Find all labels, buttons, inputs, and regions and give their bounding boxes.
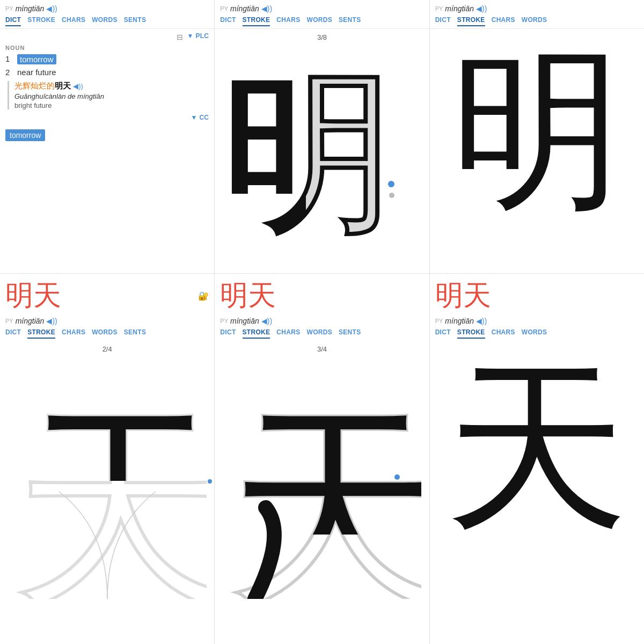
tab-stroke-2[interactable]: STROKE	[243, 16, 270, 26]
tab-bar-b2: DICT STROKE CHARS WORDS SENTS	[220, 327, 423, 339]
stroke-char-full-b3: 天	[445, 356, 628, 538]
definition-2: 2 near future	[5, 68, 209, 77]
stroke-char-outline-b1: 天 天	[8, 357, 207, 601]
tab-sents-b1[interactable]: SENTS	[124, 328, 147, 339]
sound-icon-b3[interactable]: ◀))	[476, 317, 487, 325]
definition-1: 1 tomorrow	[5, 54, 209, 64]
stroke-panel-2: PY míngtiān ◀)) DICT STROKE CHARS WORDS …	[430, 0, 644, 273]
stroke-panel-1-content: 3/8 明 明 明	[215, 29, 429, 273]
tab-stroke-b3[interactable]: STROKE	[457, 328, 485, 339]
tab-words-2[interactable]: WORDS	[307, 16, 333, 26]
bottom-panel-3: 明天 PY míngtiān ◀)) DICT STROKE CHARS WOR…	[430, 274, 644, 644]
py-text-3: míngtiān	[445, 4, 474, 13]
filter-row: ⊟ ▼ PLC	[5, 32, 209, 41]
stroke-panel-1: PY míngtiān ◀)) DICT STROKE CHARS WORDS …	[215, 0, 429, 273]
example-sound-icon[interactable]: ◀))	[73, 82, 83, 90]
stroke-svg-1: 明 明 明	[223, 46, 421, 239]
def-text-2: near future	[17, 68, 56, 77]
char-title-3: 明天	[435, 277, 639, 314]
tab-bar: DICT STROKE CHARS WORDS SENTS	[5, 15, 209, 26]
bottom-panel-2: 明天 PY míngtiān ◀)) DICT STROKE CHARS WOR…	[215, 274, 429, 644]
py-label-b1: PY	[5, 318, 13, 324]
tab-chars-3[interactable]: CHARS	[492, 16, 515, 26]
tab-words-b1[interactable]: WORDS	[92, 328, 118, 339]
py-label-b3: PY	[435, 318, 443, 324]
tab-dict-2[interactable]: DICT	[220, 16, 236, 26]
stroke-char-outline-1: 明 明 明	[223, 46, 421, 241]
bottom-stroke-content-3: 天	[430, 341, 644, 644]
tab-chars-b2[interactable]: CHARS	[276, 328, 300, 339]
bottom-panel-2-header: PY míngtiān ◀)) DICT STROKE CHARS WORDS …	[215, 314, 429, 341]
plc-button[interactable]: ▼ PLC	[187, 32, 209, 41]
sound-icon-3[interactable]: ◀))	[476, 4, 487, 13]
tomorrow-badge[interactable]: tomorrow	[5, 129, 45, 141]
stroke-panel-2-header: PY míngtiān ◀)) DICT STROKE CHARS WORDS	[430, 0, 644, 29]
stroke-char-outline-b2: 天 天	[223, 357, 421, 601]
sound-icon-b1[interactable]: ◀))	[46, 317, 57, 325]
tab-bar-b1: DICT STROKE CHARS WORDS SENTS	[5, 327, 209, 339]
tab-stroke-b2[interactable]: STROKE	[243, 328, 270, 339]
dot-blue-1	[388, 181, 394, 187]
py-label-2: PY	[220, 5, 228, 12]
tab-chars[interactable]: CHARS	[62, 16, 85, 26]
cc-button[interactable]: ▼ CC	[191, 114, 209, 123]
py-label-b2: PY	[220, 318, 228, 324]
py-label: PY	[5, 5, 13, 12]
py-text-b2: míngtiān	[230, 317, 259, 325]
stroke-counter-1: 3/8	[317, 33, 327, 41]
example-pinyin: Guānghuīcànlàn de míngtiān	[14, 92, 209, 100]
sound-icon-b2[interactable]: ◀))	[261, 317, 272, 325]
stroke-svg-b1: 天 天	[8, 357, 207, 599]
py-text-b3: míngtiān	[445, 317, 474, 325]
tab-bar-2: DICT STROKE CHARS WORDS SENTS	[220, 15, 423, 26]
def-text-1: tomorrow	[17, 54, 56, 64]
def-num-1: 1	[5, 54, 13, 63]
cc-row: ▼ CC	[5, 114, 209, 123]
tab-stroke[interactable]: STROKE	[27, 16, 55, 26]
stroke-panel-2-content: 明	[430, 29, 644, 273]
py-text-2: míngtiān	[230, 4, 259, 13]
char-title-1: 明天	[5, 277, 61, 314]
tab-chars-b1[interactable]: CHARS	[62, 328, 85, 339]
py-label-3: PY	[435, 5, 443, 12]
tab-sents-b2[interactable]: SENTS	[339, 328, 361, 339]
dict-panel-header: PY míngtiān ◀)) DICT STROKE CHARS WORDS …	[0, 0, 214, 29]
dot-gray-1	[389, 193, 394, 198]
stroke-char-full-1: 明	[451, 44, 623, 216]
tab-bar-b3: DICT STROKE CHARS WORDS	[435, 327, 639, 339]
stroke-svg-b2: 天 天	[223, 357, 421, 599]
tab-stroke-3[interactable]: STROKE	[457, 16, 485, 26]
bottom-stroke-content-2: 3/4 天 天	[215, 341, 429, 644]
tab-dict[interactable]: DICT	[5, 16, 21, 26]
dot-blue-b2	[394, 474, 400, 480]
tab-stroke-b1[interactable]: STROKE	[27, 328, 55, 339]
tab-words-b3[interactable]: WORDS	[522, 328, 547, 339]
char-title-2: 明天	[220, 277, 423, 314]
tab-words-b2[interactable]: WORDS	[307, 328, 333, 339]
example-chinese: 光辉灿烂的明天 ◀))	[14, 81, 209, 91]
stroke-counter-b1: 2/4	[103, 345, 112, 353]
lock-icon-1[interactable]: 🔐	[198, 291, 209, 301]
tab-chars-2[interactable]: CHARS	[276, 16, 300, 26]
example-block: 光辉灿烂的明天 ◀)) Guānghuīcànlàn de míngtiān b…	[8, 81, 209, 109]
tab-dict-b2[interactable]: DICT	[220, 328, 236, 339]
tab-chars-b3[interactable]: CHARS	[492, 328, 515, 339]
sound-icon-2[interactable]: ◀))	[261, 4, 272, 13]
tab-dict-3[interactable]: DICT	[435, 16, 451, 26]
tab-dict-b1[interactable]: DICT	[5, 328, 21, 339]
bottom-panel-1-header: PY míngtiān ◀)) DICT STROKE CHARS WORDS …	[0, 314, 214, 341]
tab-words[interactable]: WORDS	[92, 16, 118, 26]
tab-dict-b3[interactable]: DICT	[435, 328, 451, 339]
tab-sents[interactable]: SENTS	[124, 16, 147, 26]
stroke-counter-b2: 3/4	[317, 345, 327, 353]
tab-sents-2[interactable]: SENTS	[339, 16, 361, 26]
tab-bar-3: DICT STROKE CHARS WORDS	[435, 15, 639, 26]
filter-icon[interactable]: ⊟	[177, 33, 183, 41]
tab-words-3[interactable]: WORDS	[522, 16, 547, 26]
def-num-2: 2	[5, 68, 13, 77]
sound-icon[interactable]: ◀))	[46, 4, 57, 13]
dict-panel: PY míngtiān ◀)) DICT STROKE CHARS WORDS …	[0, 0, 215, 273]
bottom-panel-1: 明天 🔐 PY míngtiān ◀)) DICT STROKE CHARS W…	[0, 274, 215, 644]
dict-content: ⊟ ▼ PLC NOUN 1 tomorrow 2 near future 光辉…	[0, 29, 214, 273]
dot-blue-b1	[208, 479, 212, 484]
